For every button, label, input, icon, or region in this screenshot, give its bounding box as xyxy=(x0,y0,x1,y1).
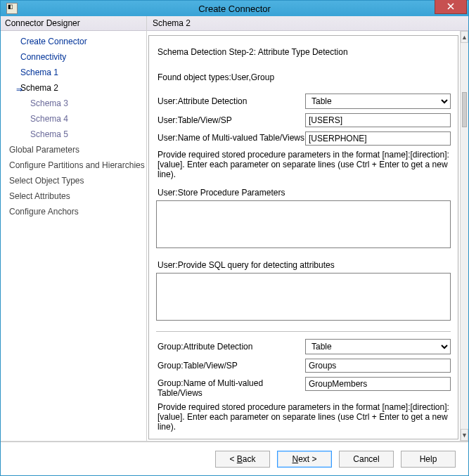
row-group-multi: Group:Name of Multi-valued Table/Views xyxy=(156,377,451,398)
help-user-sp: Provide required stored procedure parame… xyxy=(158,150,449,179)
window-frame: ◧ Create Connector Connector Designer Cr… xyxy=(0,0,469,476)
sidebar: Connector Designer Create Connector Conn… xyxy=(1,16,147,441)
sidebar-item-schema-3[interactable]: Schema 3 xyxy=(1,96,146,111)
found-object-types: Found object types:User,Group xyxy=(158,72,451,82)
scroll-thumb[interactable] xyxy=(462,92,467,127)
back-rest: ack xyxy=(243,454,256,464)
content-scroll-wrap: Schema Detection Step-2: Attribute Type … xyxy=(147,31,468,441)
label-group-attr-detection: Group:Attribute Detection xyxy=(156,342,305,352)
help-group-sp: Provide required stored procedure parame… xyxy=(158,402,449,432)
sidebar-item-schema-1[interactable]: Schema 1 xyxy=(1,65,146,80)
sidebar-item-label: Schema 1 xyxy=(20,67,58,77)
system-menu-icon[interactable]: ◧ xyxy=(6,3,18,14)
label-user-sp-params: User:Store Procedure Parameters xyxy=(158,188,451,198)
help-button[interactable]: Help xyxy=(401,451,456,468)
sidebar-item-label: Schema 2 xyxy=(20,83,58,93)
current-step-arrow-icon: ⇒ xyxy=(16,83,23,96)
label-group-multi: Group:Name of Multi-valued Table/Views xyxy=(156,377,305,398)
sidebar-item-label: Schema 3 xyxy=(30,98,68,108)
sidebar-item-create-connector[interactable]: Create Connector xyxy=(1,34,146,49)
sidebar-item-global-parameters[interactable]: Global Parameters xyxy=(1,142,146,157)
back-mnemonic: B xyxy=(237,454,243,464)
input-user-table[interactable] xyxy=(305,113,451,127)
input-user-multi[interactable] xyxy=(305,131,451,146)
wizard-button-row: < Back Next > Cancel Help xyxy=(1,442,468,475)
content-header: Schema 2 xyxy=(147,16,468,31)
main-row: Connector Designer Create Connector Conn… xyxy=(1,16,468,442)
textarea-user-sql[interactable] xyxy=(156,273,451,321)
sidebar-item-configure-anchors[interactable]: Configure Anchors xyxy=(1,204,146,219)
sidebar-item-label: Create Connector xyxy=(20,37,87,46)
divider xyxy=(156,331,451,332)
textarea-user-sp-params[interactable] xyxy=(156,200,451,248)
back-prefix: < xyxy=(229,454,236,464)
scroll-down-button[interactable]: ▼ xyxy=(461,429,468,441)
sidebar-item-select-attributes[interactable]: Select Attributes xyxy=(1,188,146,204)
label-group-table: Group:Table/View/SP xyxy=(156,361,305,371)
content-scroll-body: Schema Detection Step-2: Attribute Type … xyxy=(147,31,460,441)
cancel-button[interactable]: Cancel xyxy=(339,451,394,468)
input-group-multi[interactable] xyxy=(305,377,451,391)
sidebar-item-schema-4[interactable]: Schema 4 xyxy=(1,111,146,127)
sidebar-item-configure-partitions[interactable]: Configure Partitions and Hierarchies xyxy=(1,157,146,173)
scroll-up-button[interactable]: ▲ xyxy=(461,31,468,43)
next-rest: ext > xyxy=(298,454,316,464)
step-title: Schema Detection Step-2: Attribute Type … xyxy=(158,47,451,57)
row-group-attr-detection: Group:Attribute Detection Table xyxy=(156,339,451,354)
sidebar-items: Create Connector Connectivity Schema 1 ⇒… xyxy=(1,31,146,219)
scroll-track[interactable] xyxy=(461,43,468,429)
label-user-multi: User:Name of Multi-valued Table/Views xyxy=(156,131,305,143)
form-panel: Schema Detection Step-2: Attribute Type … xyxy=(148,35,458,439)
window-title: Create Connector xyxy=(1,4,468,14)
sidebar-item-label: Configure Anchors xyxy=(9,207,79,217)
client-area: Connector Designer Create Connector Conn… xyxy=(1,16,468,475)
label-user-sql: User:Provide SQL query for detecting att… xyxy=(158,260,451,270)
input-group-table[interactable] xyxy=(305,359,451,373)
close-icon xyxy=(447,3,454,10)
row-user-table: User:Table/View/SP xyxy=(156,113,451,127)
sidebar-item-label: Connectivity xyxy=(20,52,66,62)
select-group-attr-detection[interactable]: Table xyxy=(305,339,451,354)
sidebar-item-label: Schema 4 xyxy=(30,114,68,124)
titlebar[interactable]: ◧ Create Connector xyxy=(1,1,468,16)
sidebar-header: Connector Designer xyxy=(1,16,146,31)
row-group-table: Group:Table/View/SP xyxy=(156,359,451,373)
close-button[interactable] xyxy=(435,0,467,14)
row-user-attr-detection: User:Attribute Detection Table xyxy=(156,94,451,109)
label-user-table: User:Table/View/SP xyxy=(156,115,305,125)
sidebar-item-label: Global Parameters xyxy=(9,145,79,155)
content: Schema 2 Schema Detection Step-2: Attrib… xyxy=(147,16,468,441)
sidebar-item-connectivity[interactable]: Connectivity xyxy=(1,49,146,65)
label-user-attr-detection: User:Attribute Detection xyxy=(156,96,305,106)
back-button[interactable]: < Back xyxy=(215,451,270,468)
sidebar-item-label: Select Object Types xyxy=(9,176,84,186)
sidebar-item-label: Select Attributes xyxy=(9,191,70,201)
next-button[interactable]: Next > xyxy=(277,451,332,468)
sidebar-item-schema-2[interactable]: ⇒ Schema 2 xyxy=(1,80,146,96)
next-mnemonic: N xyxy=(292,454,298,464)
sidebar-item-label: Schema 5 xyxy=(30,129,68,139)
row-user-multi: User:Name of Multi-valued Table/Views xyxy=(156,131,451,146)
sidebar-item-schema-5[interactable]: Schema 5 xyxy=(1,127,146,142)
sidebar-item-label: Configure Partitions and Hierarchies xyxy=(9,160,145,170)
vertical-scrollbar[interactable]: ▲ ▼ xyxy=(460,31,468,441)
select-user-attr-detection[interactable]: Table xyxy=(305,94,451,109)
sidebar-item-select-object-types[interactable]: Select Object Types xyxy=(1,173,146,188)
